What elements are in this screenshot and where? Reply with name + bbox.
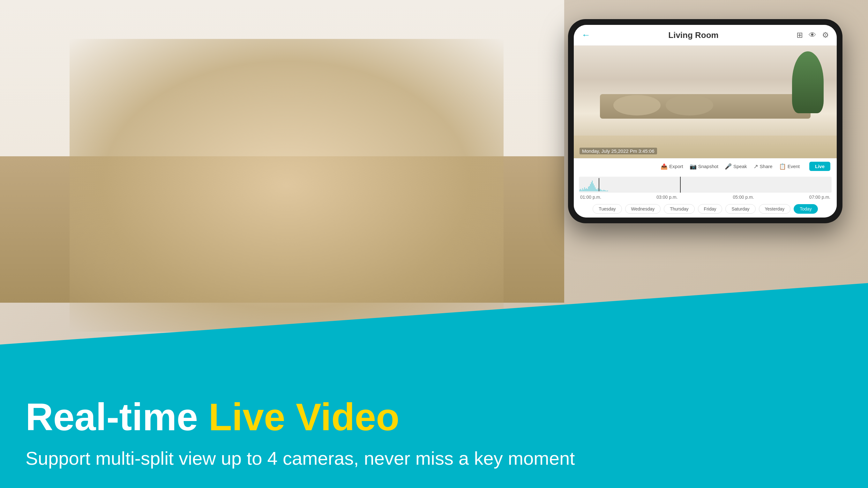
export-icon: 📤 bbox=[660, 163, 668, 170]
timeline-spike bbox=[587, 189, 588, 191]
video-timestamp: Monday, July 25,2022 Pm 3:45:06 bbox=[580, 148, 657, 154]
timeline-section: 01:00 p.m. 03:00 p.m. 05:00 p.m. 07:00 p… bbox=[574, 174, 837, 202]
export-label: Export bbox=[669, 164, 683, 169]
day-buttons: Tuesday Wednesday Thursday Friday Saturd… bbox=[574, 202, 837, 218]
headline-part1: Real-time bbox=[26, 395, 209, 438]
timeline-spike bbox=[584, 187, 585, 191]
app-title: Living Room bbox=[668, 30, 718, 40]
timeline-label-4: 07:00 p.m. bbox=[809, 195, 830, 200]
timeline-spike bbox=[601, 190, 602, 191]
timeline-spike bbox=[597, 190, 597, 191]
text-overlay: Real-time Live Video Support multi-split… bbox=[26, 396, 575, 469]
timeline-label-3: 05:00 p.m. bbox=[733, 195, 754, 200]
timeline-spike bbox=[586, 188, 587, 192]
headline-part2: Live Video bbox=[209, 395, 400, 438]
video-pillow1 bbox=[613, 95, 660, 116]
share-button[interactable]: ↗ Share bbox=[753, 163, 773, 170]
timeline-spike bbox=[580, 190, 580, 191]
share-icon: ↗ bbox=[753, 163, 758, 170]
timeline-spike bbox=[590, 184, 591, 191]
share-label: Share bbox=[760, 164, 773, 169]
live-button[interactable]: Live bbox=[809, 162, 830, 171]
event-label: Event bbox=[787, 164, 800, 169]
day-tuesday[interactable]: Tuesday bbox=[593, 204, 622, 214]
day-wednesday[interactable]: Wednesday bbox=[625, 204, 661, 214]
day-friday[interactable]: Friday bbox=[698, 204, 722, 214]
timeline-cursor bbox=[680, 177, 681, 193]
timeline-spike bbox=[602, 190, 603, 191]
timeline-spike bbox=[596, 189, 596, 191]
video-plant bbox=[792, 51, 824, 113]
timeline-spike bbox=[583, 190, 584, 191]
header-icons: ⊞ 👁 ⚙ bbox=[797, 31, 829, 39]
timeline-spike bbox=[606, 191, 607, 191]
timeline-spike bbox=[582, 190, 582, 191]
timeline-spike-active bbox=[599, 178, 599, 191]
speak-label: Speak bbox=[733, 164, 747, 169]
tablet-screen: ← Living Room ⊞ 👁 ⚙ bbox=[574, 25, 837, 218]
timeline-spike bbox=[581, 189, 581, 191]
timeline-spike bbox=[607, 190, 608, 191]
event-icon: 📋 bbox=[779, 163, 786, 170]
timeline-bar bbox=[579, 177, 832, 193]
day-thursday[interactable]: Thursday bbox=[664, 204, 694, 214]
eye-icon[interactable]: 👁 bbox=[809, 31, 816, 39]
speak-button[interactable]: 🎤 Speak bbox=[725, 163, 747, 170]
tablet-device: ← Living Room ⊞ 👁 ⚙ bbox=[568, 19, 842, 223]
timeline-spike bbox=[591, 182, 592, 191]
speak-icon: 🎤 bbox=[725, 163, 732, 170]
tablet-notch bbox=[696, 19, 715, 25]
timeline-bar-container[interactable] bbox=[579, 177, 832, 193]
timeline-spike bbox=[600, 190, 601, 191]
timeline-spike bbox=[592, 181, 593, 191]
back-button[interactable]: ← bbox=[582, 30, 590, 40]
video-bg bbox=[574, 45, 837, 158]
timeline-spike bbox=[600, 189, 600, 191]
snapshot-button[interactable]: 📷 Snapshot bbox=[690, 163, 718, 170]
timeline-spike bbox=[604, 190, 605, 191]
snapshot-label: Snapshot bbox=[698, 164, 718, 169]
timeline-spike bbox=[585, 189, 586, 191]
timeline-spike bbox=[589, 186, 590, 191]
day-today[interactable]: Today bbox=[794, 204, 817, 214]
timeline-spike bbox=[593, 184, 594, 191]
grid-icon[interactable]: ⊞ bbox=[797, 31, 803, 39]
timeline-label-2: 03:00 p.m. bbox=[656, 195, 678, 200]
timeline-spike bbox=[598, 188, 598, 192]
event-button[interactable]: 📋 Event bbox=[779, 163, 800, 170]
figure-bg bbox=[69, 39, 503, 332]
timeline-spike bbox=[582, 188, 583, 192]
video-feed: Monday, July 25,2022 Pm 3:45:06 bbox=[574, 45, 837, 158]
timeline-labels: 01:00 p.m. 03:00 p.m. 05:00 p.m. 07:00 p… bbox=[579, 195, 832, 200]
settings-icon[interactable]: ⚙ bbox=[822, 31, 829, 39]
timeline-spike bbox=[588, 187, 589, 191]
tablet-outer: ← Living Room ⊞ 👁 ⚙ bbox=[568, 19, 842, 223]
timeline-spike bbox=[594, 185, 594, 191]
app-header: ← Living Room ⊞ 👁 ⚙ bbox=[574, 25, 837, 45]
export-button[interactable]: 📤 Export bbox=[660, 163, 683, 170]
timeline-spike bbox=[595, 187, 595, 191]
headline: Real-time Live Video bbox=[26, 396, 575, 438]
timeline-spike bbox=[606, 190, 606, 191]
action-bar: 📤 Export 📷 Snapshot 🎤 Speak ↗ Share 📋 bbox=[574, 158, 837, 174]
timeline-spike bbox=[603, 190, 604, 191]
timeline-label-1: 01:00 p.m. bbox=[580, 195, 601, 200]
video-floor bbox=[574, 135, 837, 158]
video-pillow2 bbox=[666, 95, 713, 116]
subheadline: Support multi-split view up to 4 cameras… bbox=[26, 448, 575, 469]
day-yesterday[interactable]: Yesterday bbox=[759, 204, 791, 214]
day-saturday[interactable]: Saturday bbox=[725, 204, 755, 214]
snapshot-icon: 📷 bbox=[690, 163, 696, 170]
